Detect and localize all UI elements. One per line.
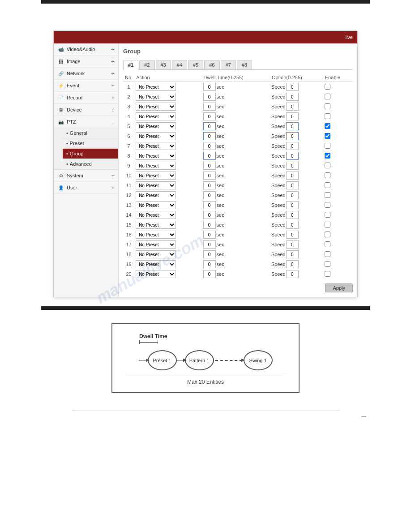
row-13-dwell-input[interactable]	[203, 201, 216, 209]
row-6-action-select[interactable]: No Preset	[136, 132, 176, 140]
tab-6[interactable]: #6	[204, 60, 219, 69]
row-9-action-select[interactable]: No Preset	[136, 162, 176, 170]
row-14-speed-input[interactable]	[286, 211, 299, 219]
row-19-enable-checkbox[interactable]	[325, 261, 330, 267]
row-7-dwell-input[interactable]	[203, 142, 216, 150]
sidebar-item-ptz[interactable]: 📷 PTZ −	[54, 116, 118, 128]
row-6-speed-input[interactable]	[286, 132, 299, 140]
row-19-dwell-input[interactable]	[203, 260, 216, 268]
row-19-speed-input[interactable]	[286, 260, 299, 268]
row-17-dwell-input[interactable]	[203, 240, 216, 249]
row-10-action-select[interactable]: No Preset	[136, 172, 176, 180]
row-18-speed-input[interactable]	[286, 250, 299, 258]
row-15-enable-checkbox[interactable]	[325, 222, 330, 227]
row-16-action-select[interactable]: No Preset	[136, 231, 176, 239]
row-12-enable-checkbox[interactable]	[325, 192, 330, 198]
row-18-action-select[interactable]: No Preset	[136, 250, 176, 258]
row-2-enable-checkbox[interactable]	[325, 94, 330, 99]
row-13-speed-input[interactable]	[286, 201, 299, 209]
sidebar-item-event[interactable]: ⚡ Event +	[54, 80, 118, 92]
row-5-dwell-input[interactable]	[203, 122, 216, 130]
row-1-dwell-input[interactable]	[203, 83, 216, 91]
row-10-enable-checkbox[interactable]	[325, 172, 330, 178]
sidebar-item-device[interactable]: 🖥 Device +	[54, 104, 118, 116]
row-20-dwell-input[interactable]	[203, 270, 216, 278]
row-4-dwell-input[interactable]	[203, 112, 216, 120]
tab-7[interactable]: #7	[221, 60, 236, 69]
row-15-dwell-input[interactable]	[203, 221, 216, 229]
row-4-action-select[interactable]: No Preset	[136, 112, 176, 120]
tab-5[interactable]: #5	[188, 60, 203, 69]
row-12-speed-input[interactable]	[286, 191, 299, 199]
row-16-enable-checkbox[interactable]	[325, 232, 330, 237]
tab-3[interactable]: #3	[156, 60, 171, 69]
tab-2[interactable]: #2	[139, 60, 154, 69]
row-16-dwell-input[interactable]	[203, 231, 216, 239]
row-14-dwell-input[interactable]	[203, 211, 216, 219]
row-2-dwell-input[interactable]	[203, 93, 216, 101]
row-6-dwell-input[interactable]	[203, 132, 216, 140]
row-17-enable-checkbox[interactable]	[325, 241, 330, 247]
sidebar-item-group[interactable]: • Group	[63, 149, 118, 159]
row-19-action-select[interactable]: No Preset	[136, 260, 176, 268]
row-8-action-select[interactable]: No Preset	[136, 152, 176, 160]
row-17-action-select[interactable]: No Preset	[136, 240, 176, 249]
row-11-speed-input[interactable]	[286, 181, 299, 189]
row-11-enable-checkbox[interactable]	[325, 182, 330, 188]
row-3-action-select[interactable]: No Preset	[136, 103, 176, 111]
row-5-enable-checkbox[interactable]	[325, 123, 330, 129]
row-8-enable-checkbox[interactable]	[325, 153, 330, 159]
sidebar-item-video-audio[interactable]: 📹 Video&Audio +	[54, 43, 118, 56]
row-14-action-select[interactable]: No Preset	[136, 211, 176, 219]
row-17-speed-input[interactable]	[286, 240, 299, 249]
sidebar-item-preset[interactable]: • Preset	[63, 138, 118, 149]
apply-button[interactable]: Apply	[325, 283, 353, 292]
row-9-enable-checkbox[interactable]	[325, 163, 330, 168]
row-18-enable-checkbox[interactable]	[325, 251, 330, 257]
sidebar-item-system[interactable]: ⚙ System +	[54, 170, 118, 182]
tab-8[interactable]: #8	[237, 60, 252, 69]
row-3-speed-input[interactable]	[286, 103, 299, 111]
row-5-action-select[interactable]: No Preset	[136, 122, 176, 130]
row-11-action-select[interactable]: No Preset	[136, 181, 176, 189]
row-13-enable-checkbox[interactable]	[325, 202, 330, 208]
row-12-dwell-input[interactable]	[203, 191, 216, 199]
row-5-speed-input[interactable]	[286, 122, 299, 130]
row-16-speed-input[interactable]	[286, 231, 299, 239]
row-7-action-select[interactable]: No Preset	[136, 142, 176, 150]
sidebar-item-image[interactable]: 🖼 Image +	[54, 56, 118, 68]
row-1-speed-input[interactable]	[286, 83, 299, 91]
sidebar-item-network[interactable]: 🔗 Network +	[54, 68, 118, 80]
row-9-dwell-input[interactable]	[203, 162, 216, 170]
sidebar-item-advanced[interactable]: • Advanced	[63, 159, 118, 169]
row-8-speed-input[interactable]	[286, 152, 299, 160]
sidebar-item-general[interactable]: • General	[63, 128, 118, 138]
row-6-enable-checkbox[interactable]	[325, 133, 330, 139]
row-9-speed-input[interactable]	[286, 162, 299, 170]
row-1-enable-checkbox[interactable]	[325, 84, 330, 90]
row-8-dwell-input[interactable]	[203, 152, 216, 160]
sidebar-item-record[interactable]: 📄 Record +	[54, 92, 118, 104]
row-20-action-select[interactable]: No Preset	[136, 270, 176, 278]
row-3-dwell-input[interactable]	[203, 103, 216, 111]
sidebar-item-user[interactable]: 👤 User +	[54, 182, 118, 194]
row-7-speed-input[interactable]	[286, 142, 299, 150]
row-10-speed-input[interactable]	[286, 172, 299, 180]
row-20-speed-input[interactable]	[286, 270, 299, 278]
row-15-action-select[interactable]: No Preset	[136, 221, 176, 229]
row-2-action-select[interactable]: No Preset	[136, 93, 176, 101]
row-10-dwell-input[interactable]	[203, 172, 216, 180]
row-7-enable-checkbox[interactable]	[325, 143, 330, 149]
row-13-action-select[interactable]: No Preset	[136, 201, 176, 209]
row-3-enable-checkbox[interactable]	[325, 103, 330, 109]
row-15-speed-input[interactable]	[286, 221, 299, 229]
row-4-enable-checkbox[interactable]	[325, 113, 330, 119]
row-20-enable-checkbox[interactable]	[325, 271, 330, 277]
row-12-action-select[interactable]: No Preset	[136, 191, 176, 199]
row-11-dwell-input[interactable]	[203, 181, 216, 189]
row-18-dwell-input[interactable]	[203, 250, 216, 258]
row-1-action-select[interactable]: No Preset	[136, 83, 176, 91]
tab-1[interactable]: #1	[123, 60, 138, 70]
row-14-enable-checkbox[interactable]	[325, 212, 330, 218]
row-4-speed-input[interactable]	[286, 112, 299, 120]
